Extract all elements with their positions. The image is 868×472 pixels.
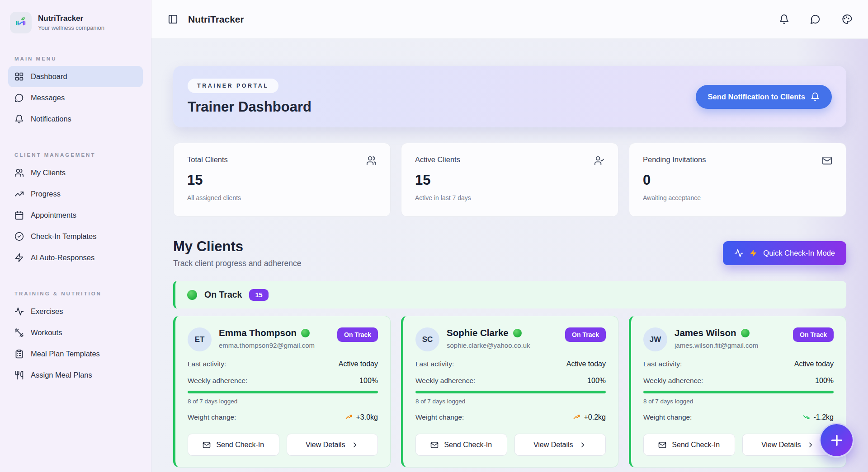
send-checkin-button[interactable]: Send Check-In — [188, 434, 279, 456]
chevron-right-icon — [807, 441, 815, 449]
avatar: ET — [188, 327, 212, 351]
days-logged: 8 of 7 days logged — [188, 398, 378, 405]
clipboard-list-icon — [14, 349, 24, 359]
send-notification-label: Send Notification to Clients — [708, 93, 805, 101]
sidebar-toggle-button[interactable] — [168, 14, 178, 24]
lightning-bolt-icon — [750, 249, 757, 257]
panel-left-icon — [168, 14, 178, 24]
page-title: NutriTracker — [188, 14, 244, 25]
adherence-value: 100% — [587, 377, 606, 385]
sidebar-item-label: Appointments — [31, 211, 76, 220]
add-button[interactable] — [819, 423, 854, 458]
messages-button[interactable] — [810, 14, 821, 24]
quick-checkin-mode-button[interactable]: Quick Check-In Mode — [723, 241, 846, 265]
sidebar-item-assign-meal-plans[interactable]: Assign Meal Plans — [8, 365, 143, 386]
users-icon — [14, 168, 24, 178]
sidebar-item-dashboard[interactable]: Dashboard — [8, 66, 143, 87]
days-logged: 8 of 7 days logged — [643, 398, 834, 405]
stat-card-total-clients: Total Clients 15 All assigned clients — [173, 143, 391, 217]
view-details-label: View Details — [761, 441, 801, 449]
stats-row: Total Clients 15 All assigned clients Ac… — [173, 143, 846, 217]
last-activity-value: Active today — [794, 360, 834, 368]
chevron-right-icon — [579, 441, 587, 449]
trend-up-icon — [345, 413, 353, 421]
sidebar-item-meal-plan-templates[interactable]: Meal Plan Templates — [8, 343, 143, 365]
stat-value: 15 — [187, 172, 377, 188]
sidebar-item-workouts[interactable]: Workouts — [8, 322, 143, 343]
status-badge: On Track — [793, 327, 834, 342]
adherence-value: 100% — [815, 377, 834, 385]
client-name: Emma Thompson — [219, 327, 297, 338]
group-count-badge: 15 — [249, 289, 268, 301]
weight-change-value: +3.0kg — [356, 413, 378, 421]
mail-icon — [822, 155, 832, 166]
view-details-label: View Details — [306, 441, 345, 449]
quick-checkin-label: Quick Check-In Mode — [763, 249, 835, 257]
view-details-button[interactable]: View Details — [287, 434, 378, 456]
stat-title: Active Clients — [415, 155, 460, 164]
last-activity-label: Last activity: — [415, 360, 454, 368]
weight-change-value: +0.2kg — [584, 413, 606, 421]
on-track-group-header: On Track 15 — [173, 281, 846, 308]
sidebar-item-label: Messages — [31, 93, 65, 102]
app-name: NutriTracker — [38, 14, 104, 23]
sidebar-item-exercises[interactable]: Exercises — [8, 301, 143, 322]
status-badge: On Track — [565, 327, 606, 342]
adherence-progress-fill — [643, 391, 834, 393]
sidebar: NutriTracker Your wellness companion MAI… — [0, 0, 151, 472]
stat-card-pending-invitations: Pending Invitations 0 Awaiting acceptanc… — [629, 143, 846, 217]
mail-icon — [658, 441, 666, 449]
bell-icon — [779, 14, 789, 24]
theme-button[interactable] — [841, 14, 852, 24]
bell-icon — [14, 114, 24, 124]
adherence-progress-fill — [415, 391, 606, 393]
weekly-adherence-label: Weekly adherence: — [188, 377, 247, 385]
clients-subtitle: Track client progress and adherence — [173, 259, 301, 268]
nav-section-main-menu: MAIN MENU — [14, 56, 143, 61]
view-details-button[interactable]: View Details — [514, 434, 606, 456]
app-logo-icon — [10, 12, 32, 33]
trending-up-icon — [14, 189, 24, 199]
top-bar: NutriTracker — [151, 0, 868, 39]
stat-value: 15 — [415, 172, 604, 188]
message-circle-icon — [14, 93, 24, 103]
brand: NutriTracker Your wellness companion — [8, 12, 143, 33]
client-name: James Wilson — [675, 327, 736, 338]
sidebar-item-checkin-templates[interactable]: Check-In Templates — [8, 226, 143, 247]
stat-title: Total Clients — [187, 155, 228, 164]
sidebar-item-label: Notifications — [31, 115, 71, 123]
send-notification-button[interactable]: Send Notification to Clients — [696, 85, 832, 109]
activity-icon — [14, 307, 24, 316]
sidebar-item-ai-auto-responses[interactable]: AI Auto-Responses — [8, 247, 143, 268]
sidebar-item-my-clients[interactable]: My Clients — [8, 162, 143, 183]
clients-header: My Clients Track client progress and adh… — [173, 238, 846, 268]
trainer-portal-badge: TRAINER PORTAL — [188, 79, 278, 93]
sidebar-item-appointments[interactable]: Appointments — [8, 205, 143, 226]
app-tagline: Your wellness companion — [38, 24, 104, 31]
last-activity-value: Active today — [566, 360, 606, 368]
notifications-button[interactable] — [779, 14, 789, 24]
stat-title: Pending Invitations — [643, 155, 706, 164]
mail-icon — [430, 441, 439, 449]
bell-icon — [811, 92, 820, 101]
mail-icon — [203, 441, 211, 449]
sidebar-item-messages[interactable]: Messages — [8, 87, 143, 108]
main-area: NutriTracker TRAINER PORTAL Trainer Dash… — [151, 0, 868, 472]
days-logged: 8 of 7 days logged — [415, 398, 606, 405]
avatar: JW — [643, 327, 667, 351]
send-checkin-button[interactable]: Send Check-In — [643, 434, 735, 456]
avatar: SC — [415, 327, 439, 351]
sidebar-item-notifications[interactable]: Notifications — [8, 108, 143, 130]
utensils-icon — [14, 370, 24, 380]
nav-section-training-nutrition: TRAINING & NUTRITION — [14, 291, 143, 296]
chat-bubble-icon — [810, 14, 821, 24]
sidebar-item-label: Check-In Templates — [31, 232, 97, 241]
client-card: JW James Wilson james.wilson.fit@gmail.c… — [629, 316, 846, 467]
hero-title: Trainer Dashboard — [188, 99, 311, 115]
calendar-icon — [14, 210, 24, 220]
hero-text: TRAINER PORTAL Trainer Dashboard — [188, 79, 311, 115]
sidebar-item-label: Progress — [31, 190, 61, 198]
brand-text: NutriTracker Your wellness companion — [38, 14, 104, 31]
send-checkin-button[interactable]: Send Check-In — [415, 434, 507, 456]
sidebar-item-progress[interactable]: Progress — [8, 183, 143, 205]
